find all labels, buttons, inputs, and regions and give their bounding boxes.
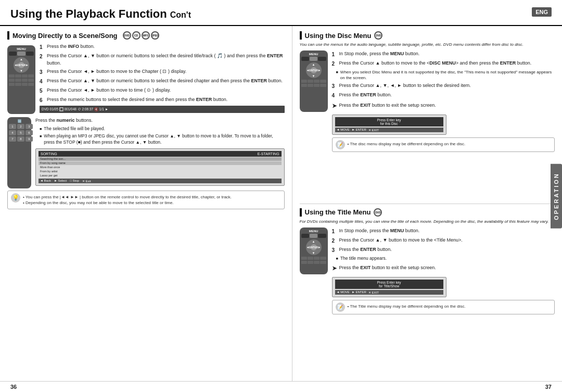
disc-menu-content: MENU ▲ ▼ ◄ ► <box>300 50 555 112</box>
disc-step-text-2: Press the Cursor ▲ button to move to the… <box>339 60 555 68</box>
num-5: 5 <box>17 130 24 135</box>
r-btn-d3 <box>318 57 326 61</box>
folder-screen: SORTINGE-STARTING Searching the son... F… <box>35 148 285 186</box>
operation-sidebar: OPERATION <box>551 164 562 229</box>
remote-small-rows2 <box>9 79 34 82</box>
disc-step-2: 2 Press the Cursor ▲ button to move to t… <box>332 60 555 68</box>
note-mp3: When playing an MP3 or JPEG disc, you ca… <box>40 133 285 146</box>
folder-item-5: Lasso per get <box>39 174 282 178</box>
rt-tiny-3 <box>314 257 320 260</box>
page-subtitle: Con't <box>170 10 191 20</box>
title-note-appears: The title menu appears. <box>336 256 555 262</box>
rt-tiny-1 <box>301 257 307 260</box>
remote-label-menu: MENU <box>9 47 34 50</box>
disc-screen-footer: ◄ MOVE► ENTER✕ EXIT <box>335 128 443 132</box>
folder-item-3: More than once <box>39 166 282 169</box>
rt-tiny-7 <box>314 261 320 264</box>
disc-step-num-1: 1 <box>332 50 337 58</box>
rt-tiny-6 <box>308 261 313 264</box>
step-5: 5 Press the Cursor ◄, ► button to move t… <box>40 87 285 95</box>
dpad-title-left: ◄ <box>306 246 310 249</box>
section-header-title-menu: Using the Title Menu DVD <box>300 208 555 217</box>
note-selected: The selected file will be played. <box>40 126 285 132</box>
eng-badge: ENG <box>532 7 552 17</box>
section-header-disc: Using the Disc Menu DVD <box>300 31 555 40</box>
step-text-1: Press the INFO button. <box>47 43 285 51</box>
disc-icons-scene: DVD CD MP3 JPEG <box>123 31 159 40</box>
step-2: 2 Press the Cursor ▲, ▼ button or numeri… <box>40 53 285 67</box>
remote-label-numeric: 🔢 <box>9 119 30 123</box>
folder-header: SORTINGE-STARTING <box>39 151 282 157</box>
dpad-title: ▲ ▼ ◄ ► ENTER <box>306 239 322 255</box>
dpad-title-down: ▼ <box>312 251 315 255</box>
tip-icon: 💡 <box>11 193 20 203</box>
screen-bar-display: DVD 01/05 🔳 001/048 ⏱ 2:06:37 🔇 1/1 ► <box>40 106 285 113</box>
dpad-wrap: ▲ ▼ ◄ ► ENTER <box>9 57 34 73</box>
disc-menu-dvd-icon: DVD <box>374 31 382 40</box>
numeric-grid: 1 2 3 4 5 6 7 8 9 <box>9 124 33 142</box>
section-title-disc: Using the Disc Menu <box>305 32 372 40</box>
dpad: ▲ ▼ ◄ ► ENTER <box>14 57 29 73</box>
title-step-text-3: Press the ENTER button. <box>339 246 555 254</box>
disc-step-num-4: 4 <box>332 92 337 99</box>
step-4: 4 Press the Cursor ▲, ▼ button or numeri… <box>40 78 285 85</box>
folder-item-1: Searching the son... <box>39 157 282 161</box>
section-divider <box>300 204 555 204</box>
title-menu-section: Using the Title Menu DVD For DVDs contai… <box>300 208 555 376</box>
rd-tiny-7 <box>314 84 320 87</box>
r-tiny-2 <box>15 74 21 78</box>
disc-step-3: 3 Press the Cursor ▲, ▼, ◄, ► button to … <box>332 82 555 90</box>
title-instructions: 1 In Stop mode, press the MENU button. 2… <box>332 227 555 274</box>
dpad-disc-right: ► <box>318 69 321 72</box>
disc-note-text: • The disc menu display may be different… <box>348 141 466 148</box>
folder-footer: ◄ Back► Select□ Stop✕ Exit <box>39 179 282 183</box>
title-screen-header: Press Enter keyfor Title/Show <box>335 280 443 289</box>
dpad-right-arrow: ► <box>25 64 29 67</box>
rd-tiny-5 <box>301 84 307 87</box>
r-tiny-7 <box>22 79 28 82</box>
section-title-title-menu: Using the Title Menu <box>305 208 371 216</box>
exit-arrow-disc: ➤ <box>332 102 337 110</box>
cd-icon: CD <box>132 31 140 40</box>
step-num-3: 3 <box>40 68 45 76</box>
step-num-5: 5 <box>40 87 45 95</box>
dpad-title-right: ► <box>318 246 321 249</box>
remote-small-rows <box>9 74 34 78</box>
r-btn-2 <box>17 52 25 56</box>
disc-instructions: 1 In Stop mode, press the MENU button. 2… <box>332 50 555 112</box>
num-2: 2 <box>17 124 24 129</box>
scene-instructions: 1 Press the INFO button. 2 Press the Cur… <box>40 43 285 114</box>
num-7: 7 <box>9 136 16 142</box>
rd-tiny-8 <box>320 84 326 87</box>
dpad-up-arrow: ▲ <box>20 58 23 61</box>
remote-label-title: MENU <box>301 230 326 233</box>
r-btn-d1 <box>301 57 309 61</box>
step-num-2: 2 <box>40 53 45 67</box>
remote-label-disc: MENU <box>301 53 326 56</box>
dvd-icon: DVD <box>123 31 131 40</box>
title-screen-mockup: Press Enter keyfor Title/Show ◄ MOVE► EN… <box>332 277 446 297</box>
dpad-title-up: ▲ <box>312 240 315 243</box>
r-tiny-5 <box>9 79 15 82</box>
disc-step-1: 1 In Stop mode, press the MENU button. <box>332 50 555 58</box>
disc-screen-mockup: Press Enter keyfor this Disc ◄ MOVE► ENT… <box>332 115 446 135</box>
step-text-3: Press the Cursor ◄, ► button to move to … <box>47 68 285 76</box>
main-content: Moving Directly to a Scene/Song DVD CD M… <box>0 26 562 381</box>
numeric-label-line: Press the numeric buttons. <box>35 117 285 124</box>
num-4: 4 <box>9 130 16 135</box>
disc-step-text-1: In Stop mode, press the MENU button. <box>339 50 555 58</box>
title-step-1: 1 In Stop mode, press the MENU button. <box>332 227 555 235</box>
title-menu-intro: For DVDs containing multiple titles, you… <box>300 219 555 224</box>
disc-step-text-4: Press the ENTER button. <box>339 92 555 99</box>
note-icon-title: 📝 <box>336 302 345 312</box>
r-btn-t1 <box>301 234 309 238</box>
r-btn-d2 <box>310 57 317 61</box>
right-column: Using the Disc Menu DVD You can use the … <box>292 26 562 381</box>
remote-small-rows3 <box>9 83 34 86</box>
disc-menu-intro: You can use the menus for the audio lang… <box>300 42 555 47</box>
section-header-scene: Moving Directly to a Scene/Song DVD CD M… <box>7 31 285 40</box>
r-tiny-3 <box>22 74 28 78</box>
disc-step-num-2: 2 <box>332 60 337 68</box>
rt-tiny-8 <box>320 261 326 264</box>
title-step-text-2: Press the Cursor ▲, ▼ button to move to … <box>339 237 555 245</box>
